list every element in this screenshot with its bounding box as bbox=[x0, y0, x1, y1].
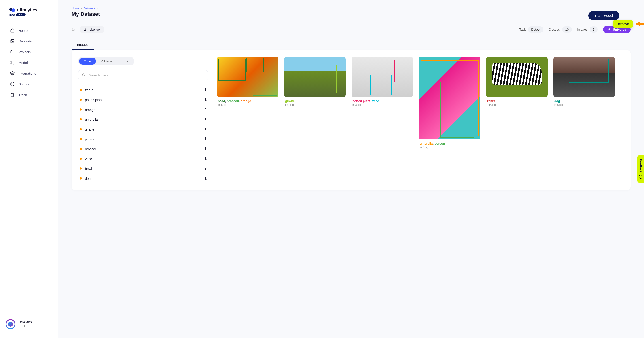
nav-datasets[interactable]: Datasets bbox=[0, 36, 58, 46]
user-info: Ultralytics FREE bbox=[19, 320, 32, 328]
image-thumb bbox=[554, 57, 615, 97]
class-count: 4 bbox=[204, 108, 206, 112]
split-tabs: Train Validation Test bbox=[78, 57, 134, 66]
image-thumb bbox=[284, 57, 346, 97]
class-name: umbrella bbox=[85, 118, 98, 122]
class-row[interactable]: umbrella1 bbox=[78, 114, 208, 124]
layers-icon bbox=[10, 71, 14, 76]
split-train[interactable]: Train bbox=[79, 58, 96, 64]
class-row[interactable]: dog1 bbox=[78, 174, 208, 183]
meta-task: TaskDetect bbox=[519, 26, 543, 33]
owner-name: roboflow bbox=[88, 28, 100, 31]
nav-integrations-label: Integrations bbox=[18, 72, 36, 75]
breadcrumb-datasets[interactable]: Datasets bbox=[84, 7, 95, 10]
nav-projects[interactable]: Projects bbox=[0, 46, 58, 57]
nav-support[interactable]: Support bbox=[0, 79, 58, 90]
meta-images: Images6 bbox=[577, 26, 598, 33]
image-card[interactable]: dog im5.jpg bbox=[554, 57, 615, 150]
nav-trash-label: Trash bbox=[18, 93, 27, 97]
image-card[interactable]: zebra im4.jpg bbox=[486, 57, 548, 150]
app-root: ultralytics HUB BETA Home Datasets Proje… bbox=[0, 0, 644, 338]
card-labels: umbrella, person bbox=[419, 140, 480, 146]
class-dot bbox=[80, 108, 82, 111]
page-title: My Dataset bbox=[72, 11, 100, 17]
class-dot bbox=[80, 168, 82, 170]
sparkle-icon bbox=[608, 28, 611, 31]
nav-integrations[interactable]: Integrations bbox=[0, 68, 58, 79]
sidebar-footer[interactable]: Ultralytics FREE bbox=[0, 315, 58, 334]
task-value: Detect bbox=[528, 26, 543, 33]
command-icon bbox=[10, 60, 14, 65]
nav-models-label: Models bbox=[18, 61, 29, 64]
trash-icon bbox=[10, 92, 14, 97]
nav-trash[interactable]: Trash bbox=[0, 90, 58, 100]
image-icon bbox=[10, 39, 14, 43]
user-plan: FREE bbox=[19, 324, 32, 328]
split-test[interactable]: Test bbox=[118, 58, 134, 64]
nav: Home Datasets Projects Models Integratio… bbox=[0, 23, 58, 315]
content-panel: Train Validation Test zebra1potted plant… bbox=[72, 50, 630, 190]
meta-classes: Classes10 bbox=[549, 26, 572, 33]
class-row[interactable]: giraffe1 bbox=[78, 124, 208, 134]
class-count: 1 bbox=[204, 147, 206, 151]
class-name: vase bbox=[85, 157, 92, 161]
image-card[interactable]: umbrella, person im6.jpg bbox=[419, 57, 480, 150]
class-name: dog bbox=[85, 176, 90, 180]
user-name: Ultralytics bbox=[19, 320, 32, 324]
nav-home[interactable]: Home bbox=[0, 25, 58, 36]
card-labels: bowl, broccoli, orange bbox=[217, 97, 278, 103]
class-count: 1 bbox=[204, 117, 206, 122]
nav-models[interactable]: Models bbox=[0, 57, 58, 68]
tabs: Images bbox=[72, 40, 630, 50]
image-thumb bbox=[486, 57, 548, 97]
main: Home> Datasets> My Dataset Train Model ⋮… bbox=[58, 0, 644, 338]
class-name: zebra bbox=[85, 88, 94, 92]
search-input[interactable] bbox=[78, 70, 208, 80]
remove-menu-item[interactable]: Remove bbox=[613, 20, 633, 28]
card-filename: im6.jpg bbox=[419, 146, 480, 150]
class-dot bbox=[80, 138, 82, 140]
class-row[interactable]: vase1 bbox=[78, 154, 208, 164]
more-menu-button[interactable]: ⋮ bbox=[624, 12, 630, 20]
tab-images[interactable]: Images bbox=[72, 40, 94, 50]
class-row[interactable]: potted plant1 bbox=[78, 95, 208, 104]
image-card[interactable]: giraffe im2.jpg bbox=[284, 57, 346, 150]
class-row[interactable]: zebra1 bbox=[78, 85, 208, 95]
card-filename: im3.jpg bbox=[352, 103, 413, 107]
class-row[interactable]: person1 bbox=[78, 134, 208, 144]
split-validation[interactable]: Validation bbox=[96, 58, 118, 64]
meta-row: roboflow TaskDetect Classes10 Images6 Un… bbox=[72, 26, 630, 33]
svg-point-6 bbox=[85, 28, 86, 30]
feedback-tab[interactable]: Feedback bbox=[637, 155, 644, 183]
classes-value: 10 bbox=[562, 26, 572, 33]
breadcrumb: Home> Datasets> bbox=[72, 7, 630, 10]
class-count: 1 bbox=[204, 88, 206, 92]
class-name: person bbox=[85, 137, 95, 141]
class-dot bbox=[80, 128, 82, 130]
class-dot bbox=[80, 98, 82, 101]
class-dot bbox=[80, 148, 82, 150]
logo[interactable]: ultralytics bbox=[9, 7, 49, 13]
universe-label: Universe bbox=[613, 28, 626, 31]
image-thumb bbox=[352, 57, 413, 97]
images-value: 6 bbox=[590, 26, 598, 33]
home-icon bbox=[10, 28, 14, 33]
feedback-label: Feedback bbox=[639, 159, 642, 172]
class-count: 1 bbox=[204, 157, 206, 161]
class-count: 3 bbox=[204, 166, 206, 170]
card-labels: dog bbox=[554, 97, 615, 103]
header-row: My Dataset Train Model ⋮ Remove bbox=[72, 11, 630, 20]
breadcrumb-home[interactable]: Home bbox=[72, 7, 80, 10]
callout-arrow bbox=[635, 22, 644, 26]
logo-area: ultralytics HUB BETA bbox=[0, 7, 58, 23]
class-row[interactable]: bowl3 bbox=[78, 164, 208, 174]
train-model-button[interactable]: Train Model bbox=[588, 11, 620, 20]
owner-chip[interactable]: roboflow bbox=[80, 26, 104, 33]
avatar bbox=[6, 319, 16, 329]
card-filename: im1.jpg bbox=[217, 103, 278, 107]
class-row[interactable]: orange4 bbox=[78, 104, 208, 114]
class-row[interactable]: broccoli1 bbox=[78, 144, 208, 154]
help-icon bbox=[10, 82, 14, 86]
image-card[interactable]: potted plant, vase im3.jpg bbox=[352, 57, 413, 150]
image-card[interactable]: bowl, broccoli, orange im1.jpg bbox=[217, 57, 278, 150]
